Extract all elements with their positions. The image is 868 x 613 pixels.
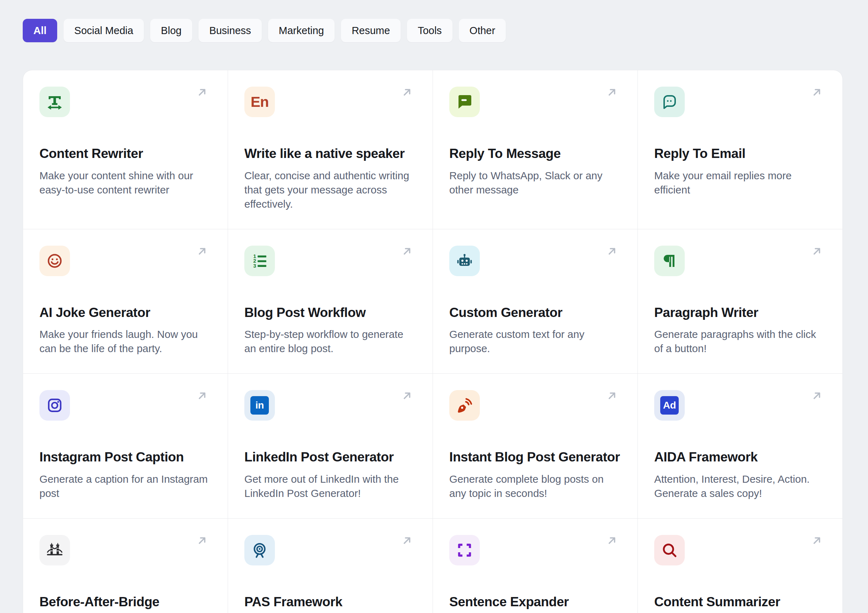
filter-tab-business[interactable]: Business [198,19,262,42]
card-title: PAS Framework [244,594,416,610]
open-template-arrow-icon[interactable] [606,245,618,258]
magnifier-icon [654,535,685,565]
card-description: Clear, concise and authentic writing tha… [244,169,416,211]
card-description: Generate paragraphs with the click of a … [654,327,826,356]
filter-tab-other[interactable]: Other [459,19,506,42]
template-card[interactable]: Content Summarizer [638,519,842,613]
en-letters-icon-text: En [251,94,268,110]
filter-tab-blog[interactable]: Blog [150,19,192,42]
card-description: Generate complete blog posts on any topi… [449,472,621,500]
template-card[interactable]: Reply To EmailMake your email replies mo… [638,70,842,229]
svg-text:3: 3 [253,263,256,268]
open-template-arrow-icon[interactable] [606,534,618,547]
template-card[interactable]: AdAIDA FrameworkAttention, Interest, Des… [638,374,842,518]
open-template-arrow-icon[interactable] [606,389,618,402]
open-template-arrow-icon[interactable] [811,389,823,402]
template-grid: Content RewriterMake your content shine … [23,70,842,613]
card-title: Reply To Message [449,146,621,161]
pilcrow-icon [654,246,685,276]
card-title: Blog Post Workflow [244,305,416,320]
open-template-arrow-icon[interactable] [401,86,414,99]
ad-badge-icon-text: Ad [660,396,679,415]
filter-tab-all[interactable]: All [23,19,57,42]
card-title: Content Summarizer [654,594,826,610]
open-template-arrow-icon[interactable] [196,389,208,402]
card-title: Write like a native speaker [244,146,416,161]
card-description: Make your content shine with our easy-to… [39,169,211,197]
target-stand-icon [244,535,275,565]
linkedin-icon: in [244,390,275,421]
en-letters-icon: En [244,87,275,117]
open-template-arrow-icon[interactable] [401,245,414,258]
template-card[interactable]: inLinkedIn Post GeneratorGet more out of… [228,374,432,518]
card-title: Instant Blog Post Generator [449,450,621,465]
template-card[interactable]: EnWrite like a native speakerClear, conc… [228,70,432,229]
card-description: Make your email replies more efficient [654,169,826,197]
card-title: Custom Generator [449,305,621,320]
robot-icon [449,246,480,276]
card-description: Attention, Interest, Desire, Action. Gen… [654,472,826,500]
template-card[interactable]: Instagram Post CaptionGenerate a caption… [23,374,228,518]
chat-bubble-dots-icon [654,87,685,117]
template-grid-container: Content RewriterMake your content shine … [23,70,843,613]
card-title: AIDA Framework [654,450,826,465]
text-width-icon [39,87,70,117]
open-template-arrow-icon[interactable] [401,534,414,547]
template-card[interactable]: Paragraph WriterGenerate paragraphs with… [638,229,842,374]
smiley-face-icon [39,246,70,276]
card-description: Step-by-step workflow to generate an ent… [244,327,416,356]
open-template-arrow-icon[interactable] [401,389,414,402]
instagram-icon [39,390,70,421]
template-card[interactable]: AI Joke GeneratorMake your friends laugh… [23,229,228,374]
card-title: Instagram Post Caption [39,450,211,465]
template-card[interactable]: Custom GeneratorGenerate custom text for… [433,229,637,374]
card-description: Make your friends laugh. Now you can be … [39,327,211,356]
card-description: Generate custom text for any purpose. [449,327,621,356]
template-card[interactable]: Content RewriterMake your content shine … [23,70,228,229]
tower-bridge-icon [39,535,70,565]
filter-tab-tools[interactable]: Tools [407,19,453,42]
card-description: Reply to WhatsApp, Slack or any other me… [449,169,621,197]
card-title: Paragraph Writer [654,305,826,320]
open-template-arrow-icon[interactable] [196,534,208,547]
linkedin-icon-text: in [250,396,269,415]
template-card[interactable]: Instant Blog Post GeneratorGenerate comp… [433,374,637,518]
card-title: Before-After-Bridge [39,594,211,610]
template-card[interactable]: 123Blog Post WorkflowStep-by-step workfl… [228,229,432,374]
open-template-arrow-icon[interactable] [606,86,618,99]
card-title: AI Joke Generator [39,305,211,320]
numbered-list-icon: 123 [244,246,275,276]
card-description: Generate a caption for an Instagram post [39,472,211,500]
filter-tab-resume[interactable]: Resume [341,19,401,42]
card-title: LinkedIn Post Generator [244,450,416,465]
filter-tab-social-media[interactable]: Social Media [64,19,144,42]
open-template-arrow-icon[interactable] [811,534,823,547]
template-card[interactable]: PAS Framework [228,519,432,613]
open-template-arrow-icon[interactable] [196,86,208,99]
open-template-arrow-icon[interactable] [196,245,208,258]
card-description: Get more out of LinkedIn with the Linked… [244,472,416,500]
pen-nib-signal-icon [449,390,480,421]
open-template-arrow-icon[interactable] [811,245,823,258]
template-card[interactable]: Reply To MessageReply to WhatsApp, Slack… [433,70,637,229]
filter-tab-marketing[interactable]: Marketing [268,19,335,42]
expand-corners-icon [449,535,480,565]
template-card[interactable]: Sentence Expander [433,519,637,613]
template-card[interactable]: Before-After-Bridge [23,519,228,613]
open-template-arrow-icon[interactable] [811,86,823,99]
card-title: Reply To Email [654,146,826,161]
card-title: Sentence Expander [449,594,621,610]
card-title: Content Rewriter [39,146,211,161]
message-square-minus-icon [449,87,480,117]
ad-badge-icon: Ad [654,390,685,421]
filter-bar: AllSocial MediaBlogBusinessMarketingResu… [23,19,506,42]
